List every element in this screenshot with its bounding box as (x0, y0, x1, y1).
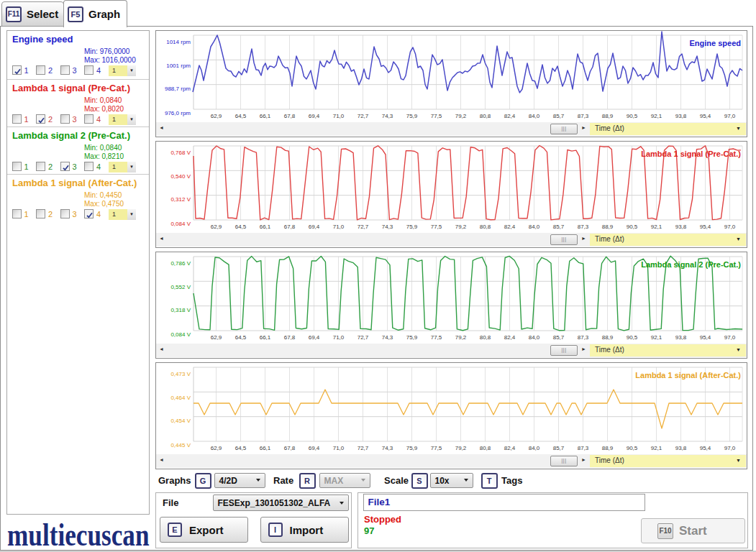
svg-text:71,0: 71,0 (333, 224, 345, 230)
svg-text:69,4: 69,4 (309, 445, 320, 451)
svg-text:88,9: 88,9 (602, 224, 614, 230)
svg-text:71,0: 71,0 (333, 445, 345, 451)
svg-text:80,8: 80,8 (480, 334, 491, 341)
svg-text:84,0: 84,0 (529, 113, 540, 119)
svg-text:90,5: 90,5 (627, 113, 638, 119)
svg-text:80,8: 80,8 (480, 113, 491, 119)
svg-text:Lambda signal 2 (Pre-Cat.): Lambda signal 2 (Pre-Cat.) (641, 260, 741, 269)
svg-text:69,4: 69,4 (309, 334, 320, 341)
svg-text:0,552 V: 0,552 V (170, 284, 191, 290)
svg-text:0,786 V: 0,786 V (170, 260, 191, 267)
svg-text:Lambda 1 signal (Pre-Cat.): Lambda 1 signal (Pre-Cat.) (641, 150, 741, 158)
svg-text:77,5: 77,5 (431, 445, 442, 451)
svg-text:75,9: 75,9 (406, 445, 418, 451)
svg-text:95,4: 95,4 (700, 113, 711, 119)
svg-text:74,3: 74,3 (382, 224, 393, 230)
svg-text:88,9: 88,9 (602, 113, 614, 119)
svg-text:85,7: 85,7 (553, 334, 565, 341)
svg-text:62,9: 62,9 (211, 334, 222, 341)
svg-text:90,5: 90,5 (627, 445, 638, 451)
svg-text:79,2: 79,2 (455, 445, 467, 451)
svg-text:74,3: 74,3 (382, 334, 393, 341)
svg-text:0,768 V: 0,768 V (170, 150, 191, 156)
svg-text:97,0: 97,0 (724, 445, 736, 451)
svg-text:97,0: 97,0 (724, 113, 736, 119)
svg-text:92,1: 92,1 (651, 445, 662, 451)
svg-text:95,4: 95,4 (700, 334, 711, 341)
svg-text:88,9: 88,9 (602, 445, 614, 451)
svg-text:0,318 V: 0,318 V (170, 307, 191, 313)
svg-text:66,1: 66,1 (260, 445, 271, 451)
svg-text:1014 rpm: 1014 rpm (166, 39, 191, 45)
svg-text:988,7 rpm: 988,7 rpm (165, 86, 191, 92)
svg-text:71,0: 71,0 (333, 113, 345, 119)
svg-text:77,5: 77,5 (431, 334, 442, 341)
svg-text:97,0: 97,0 (724, 224, 736, 230)
svg-text:67,8: 67,8 (284, 113, 296, 119)
svg-text:79,2: 79,2 (455, 224, 467, 230)
svg-text:67,8: 67,8 (284, 445, 296, 451)
svg-text:0,445 V: 0,445 V (170, 442, 191, 448)
svg-text:72,7: 72,7 (357, 224, 369, 230)
svg-text:82,4: 82,4 (504, 445, 516, 451)
svg-text:67,8: 67,8 (284, 224, 296, 230)
svg-text:95,4: 95,4 (700, 445, 711, 451)
svg-text:82,4: 82,4 (504, 113, 516, 119)
svg-text:72,7: 72,7 (357, 113, 369, 119)
svg-text:87,3: 87,3 (578, 224, 589, 230)
svg-text:85,7: 85,7 (553, 224, 565, 230)
svg-text:66,1: 66,1 (260, 113, 271, 119)
svg-text:66,1: 66,1 (260, 224, 271, 230)
svg-text:85,7: 85,7 (553, 113, 565, 119)
svg-text:0,540 V: 0,540 V (170, 173, 191, 180)
svg-text:62,9: 62,9 (211, 445, 222, 451)
svg-text:75,9: 75,9 (406, 334, 418, 341)
svg-text:71,0: 71,0 (333, 334, 345, 341)
svg-text:90,5: 90,5 (627, 224, 638, 230)
svg-text:77,5: 77,5 (431, 113, 442, 119)
svg-text:77,5: 77,5 (431, 224, 442, 230)
svg-text:82,4: 82,4 (504, 334, 516, 341)
svg-text:64,5: 64,5 (235, 334, 247, 341)
svg-text:0,084 V: 0,084 V (170, 221, 191, 227)
svg-text:80,8: 80,8 (480, 445, 491, 451)
svg-text:Lambda 1 signal (After-Cat.): Lambda 1 signal (After-Cat.) (635, 371, 741, 380)
svg-text:66,1: 66,1 (260, 334, 271, 341)
svg-text:69,4: 69,4 (309, 224, 320, 230)
svg-text:69,4: 69,4 (309, 113, 320, 119)
svg-text:62,9: 62,9 (211, 113, 222, 119)
svg-text:64,5: 64,5 (235, 445, 247, 451)
svg-text:75,9: 75,9 (406, 113, 418, 119)
svg-text:97,0: 97,0 (724, 334, 736, 341)
svg-text:84,0: 84,0 (529, 445, 540, 451)
svg-text:79,2: 79,2 (455, 334, 467, 341)
svg-text:87,3: 87,3 (578, 113, 589, 119)
svg-text:0,312 V: 0,312 V (170, 196, 191, 203)
svg-text:74,3: 74,3 (382, 113, 393, 119)
svg-text:92,1: 92,1 (651, 113, 662, 119)
svg-text:84,0: 84,0 (529, 224, 540, 230)
svg-text:Engine speed: Engine speed (689, 39, 741, 47)
svg-text:85,7: 85,7 (553, 445, 565, 451)
svg-text:976,0 rpm: 976,0 rpm (165, 110, 191, 116)
svg-text:64,5: 64,5 (235, 113, 247, 119)
svg-text:0,473 V: 0,473 V (170, 371, 191, 377)
svg-text:72,7: 72,7 (357, 334, 369, 341)
svg-text:92,1: 92,1 (651, 224, 662, 230)
svg-text:0,454 V: 0,454 V (170, 418, 191, 424)
svg-text:93,8: 93,8 (675, 224, 687, 230)
svg-text:92,1: 92,1 (651, 334, 662, 341)
svg-text:95,4: 95,4 (700, 224, 711, 230)
svg-text:93,8: 93,8 (675, 334, 687, 341)
svg-text:75,9: 75,9 (406, 224, 418, 230)
svg-text:0,464 V: 0,464 V (170, 395, 191, 401)
svg-text:0,084 V: 0,084 V (170, 331, 191, 338)
svg-text:84,0: 84,0 (529, 334, 540, 341)
svg-text:74,3: 74,3 (382, 445, 393, 451)
svg-text:79,2: 79,2 (455, 113, 467, 119)
svg-text:1001 rpm: 1001 rpm (166, 63, 191, 69)
svg-text:87,3: 87,3 (578, 445, 589, 451)
svg-text:67,8: 67,8 (284, 334, 296, 341)
svg-text:64,5: 64,5 (235, 224, 247, 230)
svg-text:72,7: 72,7 (357, 445, 369, 451)
